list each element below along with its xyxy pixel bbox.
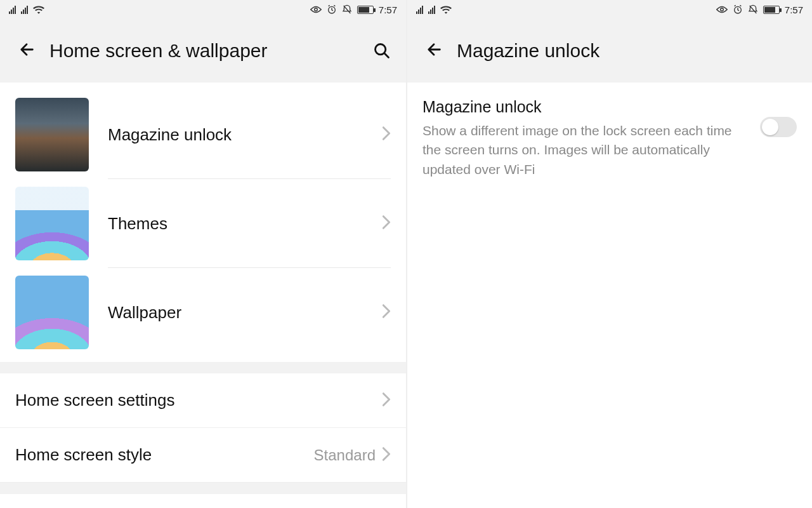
signal-icon <box>9 5 16 14</box>
alarm-icon <box>327 4 337 15</box>
list-item-home-screen-style[interactable]: Home screen style Standard <box>0 428 406 483</box>
eye-comfort-icon <box>716 5 728 14</box>
thumbnail <box>15 276 89 349</box>
clock-text: 7:57 <box>379 4 397 15</box>
list-item-themes[interactable]: Themes <box>0 179 406 268</box>
clock-text: 7:57 <box>785 4 803 15</box>
page-title: Magazine unlock <box>457 40 761 62</box>
list-item-wallpaper[interactable]: Wallpaper <box>0 268 406 357</box>
list-item-label: Wallpaper <box>108 303 382 323</box>
list-item-magazine-unlock[interactable]: Magazine unlock <box>0 90 406 179</box>
more-list: Lock screen signature <box>0 494 406 508</box>
thumbnail <box>15 98 89 171</box>
back-icon[interactable] <box>18 41 36 61</box>
chevron-right-icon <box>382 215 391 232</box>
toggle-magazine-unlock[interactable] <box>760 117 797 137</box>
list-item-label: Magazine unlock <box>108 125 382 145</box>
settings-list: Home screen settings Home screen style S… <box>0 373 406 483</box>
signal-icon <box>416 5 423 14</box>
alarm-icon <box>733 4 743 15</box>
thumbnail-list: Magazine unlock Themes Wallpaper <box>0 83 406 362</box>
chevron-right-icon <box>382 446 391 464</box>
setting-title: Magazine unlock <box>422 98 751 116</box>
phone-left: 7:57 Home screen & wallpaper Magazine un… <box>0 0 406 508</box>
list-item-label: Home screen style <box>15 445 314 465</box>
setting-row-magazine-unlock: Magazine unlock Show a different image o… <box>407 83 812 179</box>
eye-comfort-icon <box>310 5 322 14</box>
search-icon[interactable] <box>369 42 395 60</box>
phone-right: 7:57 Magazine unlock Magazine unlock Sho… <box>406 0 812 508</box>
chevron-right-icon <box>382 126 391 144</box>
page-title: Home screen & wallpaper <box>49 40 355 62</box>
wifi-icon <box>440 5 452 14</box>
dnd-icon <box>748 4 758 15</box>
list-item-value: Standard <box>314 446 376 464</box>
status-bar: 7:57 <box>407 0 812 19</box>
signal-icon-2 <box>428 5 435 14</box>
list-item-label: Themes <box>108 214 382 234</box>
setting-description: Show a different image on the lock scree… <box>422 121 751 179</box>
list-item-label: Home screen settings <box>15 391 382 410</box>
dnd-icon <box>342 4 352 15</box>
wifi-icon <box>33 5 44 14</box>
battery-icon <box>763 6 780 14</box>
chevron-right-icon <box>382 304 391 321</box>
list-item-lock-screen-signature[interactable]: Lock screen signature <box>0 494 406 508</box>
list-item-home-screen-settings[interactable]: Home screen settings <box>0 373 406 428</box>
signal-icon-2 <box>21 5 28 14</box>
app-bar: Magazine unlock <box>407 19 812 83</box>
section-divider <box>0 362 406 373</box>
back-icon[interactable] <box>425 41 443 61</box>
thumbnail <box>15 187 89 260</box>
section-divider <box>0 483 406 494</box>
app-bar: Home screen & wallpaper <box>0 19 406 83</box>
status-bar: 7:57 <box>0 0 406 19</box>
chevron-right-icon <box>382 392 391 410</box>
battery-icon <box>357 6 374 14</box>
